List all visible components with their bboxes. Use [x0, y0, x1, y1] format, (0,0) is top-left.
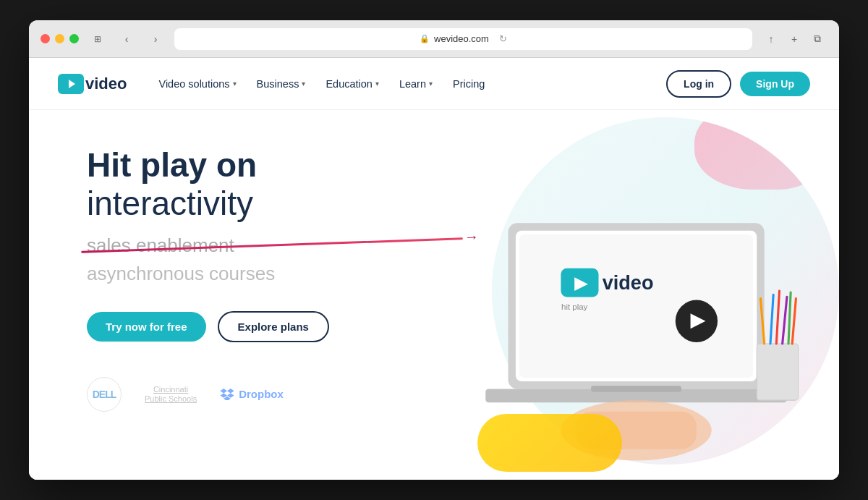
chevron-down-icon: ▾	[375, 80, 379, 88]
sidebar-toggle[interactable]: ⊞	[88, 29, 108, 49]
hero-buttons: Try now for free Explore plans	[87, 311, 448, 342]
svg-line-20	[792, 298, 796, 344]
minimize-button[interactable]	[55, 34, 64, 43]
logo-icon	[58, 74, 84, 94]
svg-line-18	[783, 297, 787, 344]
explore-plans-button[interactable]: Explore plans	[218, 311, 329, 342]
traffic-lights	[41, 34, 79, 43]
svg-rect-2	[519, 234, 753, 377]
hero-heading: Hit play on interactivity	[87, 146, 448, 223]
signup-button[interactable]: Sign Up	[740, 72, 810, 96]
svg-rect-14	[757, 344, 798, 400]
svg-text:hit play: hit play	[561, 302, 588, 311]
hero-left: Hit play on interactivity sales enableme…	[29, 110, 448, 480]
browser-window: ⊞ ‹ › 🔒 wevideo.com ↻ ↑ + ⧉ video Video …	[29, 20, 839, 480]
login-button[interactable]: Log in	[666, 70, 731, 98]
close-button[interactable]	[41, 34, 50, 43]
hero-heading-bold: Hit play on	[87, 146, 257, 184]
svg-line-19	[788, 292, 791, 344]
nav-links: Video solutions ▾ Business ▾ Education ▾…	[150, 72, 666, 96]
browser-actions: ↑ + ⧉	[761, 29, 827, 49]
chevron-down-icon: ▾	[429, 80, 433, 88]
main-content: Hit play on interactivity sales enableme…	[29, 110, 839, 480]
share-button[interactable]: ↑	[761, 29, 781, 49]
new-tab-button[interactable]: +	[784, 29, 804, 49]
yellow-sleeve	[477, 414, 622, 472]
url-text: wevideo.com	[434, 33, 489, 44]
hero-heading-light: interactivity	[87, 185, 253, 222]
strikethrough-container: sales enablement →	[87, 234, 448, 257]
nav-item-pricing[interactable]: Pricing	[444, 72, 493, 96]
dell-logo: DELL	[87, 377, 122, 412]
svg-line-16	[770, 295, 773, 344]
nav-actions: Log in Sign Up	[666, 70, 810, 98]
address-bar[interactable]: 🔒 wevideo.com ↻	[174, 28, 752, 50]
hero-right: video hit play	[448, 110, 839, 479]
refresh-icon: ↻	[499, 33, 507, 44]
try-now-button[interactable]: Try now for free	[87, 312, 206, 342]
chevron-down-icon: ▾	[233, 80, 237, 88]
logo[interactable]: video	[58, 74, 127, 94]
back-button[interactable]: ‹	[116, 29, 137, 49]
tabs-button[interactable]: ⧉	[807, 29, 827, 49]
cincinnati-logo: CincinnatiPublic Schools	[145, 385, 197, 404]
navbar: video Video solutions ▾ Business ▾ Educa…	[29, 58, 839, 110]
browser-chrome: ⊞ ‹ › 🔒 wevideo.com ↻ ↑ + ⧉	[29, 20, 839, 58]
nav-item-business[interactable]: Business ▾	[248, 72, 315, 96]
partner-logos: DELL CincinnatiPublic Schools Dropbox	[87, 377, 448, 412]
nav-item-learn[interactable]: Learn ▾	[391, 72, 441, 96]
chevron-down-icon: ▾	[302, 80, 305, 88]
dropbox-logo: Dropbox	[220, 388, 284, 400]
nav-item-video-solutions[interactable]: Video solutions ▾	[150, 72, 244, 96]
forward-button[interactable]: ›	[145, 29, 166, 49]
dropbox-icon	[220, 389, 234, 400]
sub-text: asynchronous courses	[87, 263, 448, 285]
logo-text: video	[85, 75, 127, 93]
browser-page: video Video solutions ▾ Business ▾ Educa…	[29, 58, 839, 480]
lock-icon: 🔒	[420, 34, 430, 43]
nav-item-education[interactable]: Education ▾	[317, 72, 388, 96]
svg-text:video: video	[603, 271, 654, 294]
svg-line-17	[776, 291, 779, 344]
svg-rect-10	[591, 386, 681, 391]
maximize-button[interactable]	[69, 34, 79, 43]
